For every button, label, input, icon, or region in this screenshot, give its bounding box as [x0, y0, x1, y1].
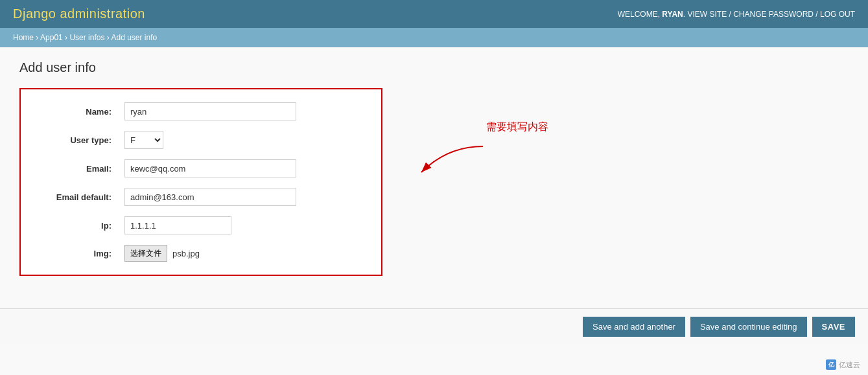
breadcrumb-current: Add user info: [111, 33, 157, 42]
site-title: Django administration: [13, 6, 145, 21]
email-default-input[interactable]: [124, 188, 296, 206]
form-container: Name: User type: F M Email: Email defaul…: [19, 88, 382, 276]
breadcrumb-home[interactable]: Home: [13, 33, 34, 42]
save-add-button[interactable]: Save and add another: [583, 317, 685, 337]
separator2: /: [815, 10, 820, 19]
email-default-row: Email default:: [34, 188, 368, 206]
user-tools: WELCOME, RYAN. VIEW SITE / CHANGE PASSWO…: [618, 10, 855, 19]
page-title: Add user info: [19, 60, 849, 75]
name-row: Name:: [34, 102, 368, 120]
username: RYAN: [662, 10, 683, 19]
view-site-link[interactable]: VIEW SITE: [687, 10, 727, 19]
ip-label: Ip:: [34, 221, 124, 231]
save-button[interactable]: SAVE: [812, 317, 855, 337]
ip-row: Ip:: [34, 216, 368, 234]
header: Django administration WELCOME, RYAN. VIE…: [0, 0, 868, 28]
img-label: Img:: [34, 249, 124, 258]
user-type-label: User type:: [34, 135, 124, 145]
annotation-text: 需要填写内容: [486, 120, 548, 134]
save-continue-button[interactable]: Save and continue editing: [690, 317, 807, 337]
img-row: Img: 选择文件 psb.jpg: [34, 245, 368, 262]
breadcrumb-model[interactable]: User infos: [69, 33, 104, 42]
annotation-arrow: [382, 133, 486, 185]
file-input-wrapper: 选择文件 psb.jpg: [124, 245, 200, 262]
ip-input[interactable]: [124, 216, 231, 234]
name-label: Name:: [34, 107, 124, 117]
content-main: Name: User type: F M Email: Email defaul…: [19, 88, 849, 276]
email-default-label: Email default:: [34, 192, 124, 202]
choose-file-button[interactable]: 选择文件: [124, 245, 167, 262]
name-input[interactable]: [124, 102, 296, 120]
breadcrumb-app[interactable]: App01: [40, 33, 63, 42]
email-input[interactable]: [124, 159, 296, 177]
email-label: Email:: [34, 164, 124, 174]
breadcrumbs: Home › App01 › User infos › Add user inf…: [0, 28, 868, 47]
user-type-row: User type: F M: [34, 131, 368, 149]
log-out-link[interactable]: LOG OUT: [820, 10, 855, 19]
welcome-text: WELCOME,: [618, 10, 663, 19]
email-row: Email:: [34, 159, 368, 177]
user-type-select[interactable]: F M: [124, 131, 163, 149]
change-password-link[interactable]: CHANGE PASSWORD: [733, 10, 814, 19]
content: Add user info Name: User type: F M Email…: [0, 47, 868, 289]
file-name: psb.jpg: [172, 249, 200, 258]
submit-row: Save and add another Save and continue e…: [0, 308, 868, 345]
